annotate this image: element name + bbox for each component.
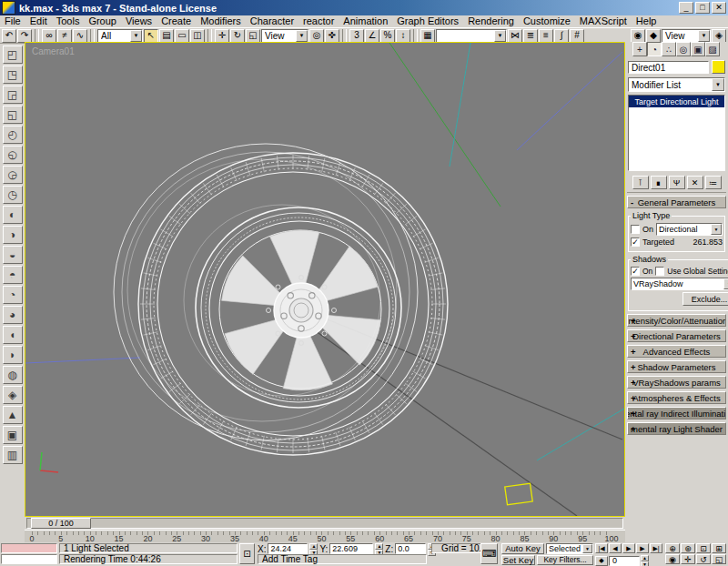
exclude-button[interactable]: Exclude... xyxy=(682,292,728,306)
named-selection-sets-icon[interactable]: ▦ xyxy=(420,29,435,43)
left-toolbar-icon-5[interactable]: ◴ xyxy=(3,126,23,144)
select-and-scale-icon[interactable]: ◱ xyxy=(246,29,260,43)
zoom-extents-icon[interactable]: ⊡ xyxy=(696,543,711,553)
go-to-start-button[interactable]: |◀ xyxy=(595,543,608,553)
selection-filter-dropdown[interactable]: All▼ xyxy=(97,29,143,43)
go-to-end-button[interactable]: ▶| xyxy=(650,543,662,553)
left-toolbar-icon-7[interactable]: ◶ xyxy=(3,166,23,184)
targeted-checkbox[interactable]: ✓ xyxy=(631,238,640,247)
menu-help[interactable]: Help xyxy=(632,15,662,27)
configure-modifier-sets-icon[interactable]: ≔ xyxy=(705,176,722,189)
menu-views[interactable]: Views xyxy=(121,15,157,27)
rollout-mental-ray-light-shader[interactable]: +mental ray Light Shader xyxy=(627,422,726,435)
pin-stack-icon[interactable]: ⊺ xyxy=(632,176,649,189)
select-and-link-icon[interactable]: ∞ xyxy=(42,29,56,43)
zoom-all-icon[interactable]: ⊛ xyxy=(681,543,695,553)
wheel-wireframe[interactable] xyxy=(114,144,448,455)
modifier-stack[interactable]: Target Directional Light xyxy=(628,95,725,171)
select-and-manipulate-icon[interactable]: ✜ xyxy=(325,29,339,43)
curve-editor-icon[interactable]: ∫ xyxy=(554,29,569,43)
left-toolbar-icon-13[interactable]: ◔ xyxy=(3,286,23,304)
menu-group[interactable]: Group xyxy=(84,15,121,27)
light-color-swatch[interactable] xyxy=(712,60,725,74)
left-toolbar-icon-8[interactable]: ◷ xyxy=(3,186,23,204)
zoom-extents-all-icon[interactable]: ⊞ xyxy=(712,543,726,553)
align-icon[interactable]: ≣ xyxy=(523,29,538,43)
set-key-button[interactable]: Set Key xyxy=(501,555,535,565)
tab-create[interactable]: + xyxy=(632,42,647,56)
left-toolbar-icon-10[interactable]: ◑ xyxy=(3,226,23,244)
select-by-name-icon[interactable]: ▤ xyxy=(159,29,174,43)
menu-tools[interactable]: Tools xyxy=(52,15,85,27)
next-frame-button[interactable]: ▶ xyxy=(636,543,649,553)
rollout-mental-ray-indirect-illumination[interactable]: +mental ray Indirect Illumination xyxy=(627,407,726,419)
tab-hierarchy[interactable]: ∴ xyxy=(662,42,676,56)
y-field[interactable]: 22.609 xyxy=(329,543,373,554)
menu-rendering[interactable]: Rendering xyxy=(463,15,519,27)
select-and-rotate-icon[interactable]: ↻ xyxy=(230,29,245,43)
arc-rotate-icon[interactable]: ↺ xyxy=(696,554,711,564)
modifier-list-dropdown[interactable]: Modifier List ▼ xyxy=(628,77,725,92)
percent-snap-icon[interactable]: % xyxy=(380,29,395,43)
redo-icon[interactable]: ↷ xyxy=(17,29,32,43)
window-crossing-icon[interactable]: ◫ xyxy=(190,29,205,43)
make-unique-icon[interactable]: Ψ xyxy=(669,176,685,189)
stack-item-selected[interactable]: Target Directional Light xyxy=(629,96,724,107)
left-toolbar-icon-21[interactable]: ▥ xyxy=(3,446,23,464)
rollout-general-parameters[interactable]: - General Parameters xyxy=(627,196,726,208)
menu-animation[interactable]: Animation xyxy=(339,15,392,27)
left-toolbar-icon-6[interactable]: ◵ xyxy=(3,146,23,164)
y-spinner[interactable]: ▲▼ xyxy=(375,543,383,554)
reference-coordinate-dropdown[interactable]: View▼ xyxy=(261,29,308,43)
menu-maxscript[interactable]: MAXScript xyxy=(575,15,632,27)
rollout-vrayshadows-params[interactable]: +VRayShadows params xyxy=(627,376,726,389)
show-end-result-icon[interactable]: ∎ xyxy=(651,176,667,189)
left-toolbar-icon-18[interactable]: ◈ xyxy=(3,386,23,404)
rollout-advanced-effects[interactable]: +Advanced Effects xyxy=(627,345,726,358)
unlink-selection-icon[interactable]: ≠ xyxy=(57,29,72,43)
left-toolbar-icon-12[interactable]: ◓ xyxy=(3,266,23,284)
time-slider-handle[interactable]: 0 / 100 xyxy=(31,518,91,529)
object-name-field[interactable]: Direct01 xyxy=(628,61,709,74)
left-toolbar-icon-11[interactable]: ◒ xyxy=(3,246,23,264)
menu-modifiers[interactable]: Modifiers xyxy=(196,15,246,27)
layer-manager-icon[interactable]: ≡ xyxy=(539,29,553,43)
viewport-canvas[interactable]: Camera01 xyxy=(25,43,624,516)
left-toolbar-icon-19[interactable]: ▲ xyxy=(3,406,23,424)
x-spinner[interactable]: ▲▼ xyxy=(309,543,318,554)
tab-motion[interactable]: ◎ xyxy=(676,42,691,56)
left-toolbar-icon-20[interactable]: ▣ xyxy=(3,426,23,444)
menu-customize[interactable]: Customize xyxy=(519,15,575,27)
menu-reactor[interactable]: reactor xyxy=(298,15,339,27)
render-type-dropdown[interactable]: View▼ xyxy=(662,29,711,43)
undo-icon[interactable]: ↶ xyxy=(2,29,16,43)
light-on-checkbox[interactable] xyxy=(631,225,640,234)
maximize-button[interactable]: □ xyxy=(695,2,710,14)
left-toolbar-icon-16[interactable]: ◗ xyxy=(3,346,23,364)
play-button[interactable]: ▶ xyxy=(622,543,635,553)
select-and-move-icon[interactable]: ✛ xyxy=(215,29,229,43)
rollout-shadow-parameters[interactable]: +Shadow Parameters xyxy=(627,360,726,373)
quick-render-icon[interactable]: ◈ xyxy=(712,29,726,43)
minimize-button[interactable]: _ xyxy=(679,2,693,14)
add-time-tag[interactable]: Add Time Tag xyxy=(258,554,427,564)
key-mode-dropdown[interactable]: Selected ▼ xyxy=(546,543,593,554)
left-toolbar-icon-15[interactable]: ◖ xyxy=(3,326,23,344)
shadow-type-dropdown[interactable]: VRayShadow ▼ xyxy=(631,278,728,290)
time-slider[interactable]: 0 / 100 xyxy=(25,517,625,530)
selection-region-icon[interactable]: ▭ xyxy=(175,29,189,43)
use-pivot-center-icon[interactable]: ◎ xyxy=(309,29,324,43)
remove-modifier-icon[interactable]: ✕ xyxy=(687,176,703,189)
rollout-atmospheres-effects[interactable]: +Atmospheres & Effects xyxy=(627,391,726,404)
snap-toggle-icon[interactable]: 3 xyxy=(349,29,364,43)
shadow-on-checkbox[interactable]: ✓ xyxy=(631,267,640,276)
pan-icon[interactable]: ✛ xyxy=(681,554,695,564)
menu-file[interactable]: File xyxy=(0,15,25,27)
auto-key-button[interactable]: Auto Key xyxy=(501,543,544,554)
menu-edit[interactable]: Edit xyxy=(25,15,52,27)
current-frame-field[interactable]: 0 xyxy=(609,556,640,566)
key-filters-button[interactable]: Key Filters... xyxy=(537,555,593,565)
x-field[interactable]: 24.24 xyxy=(268,543,308,554)
previous-frame-button[interactable]: ◀ xyxy=(609,543,622,553)
left-toolbar-icon-17[interactable]: ◍ xyxy=(3,366,23,384)
